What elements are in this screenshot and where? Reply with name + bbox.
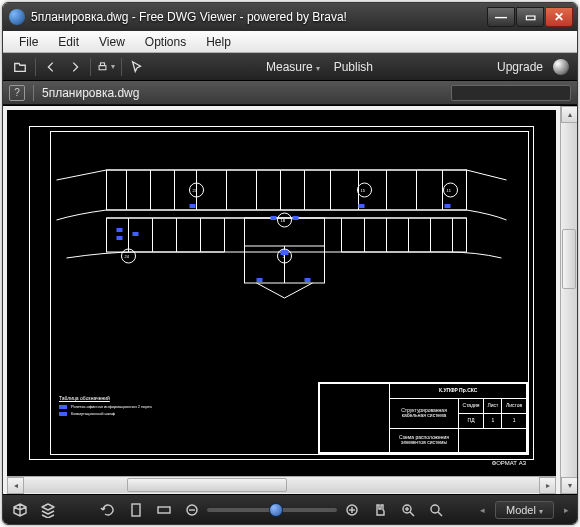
svg-rect-35 — [271, 216, 277, 220]
measure-button[interactable]: Measure — [262, 60, 324, 74]
scroll-up-icon[interactable]: ▴ — [561, 106, 578, 123]
svg-rect-17 — [107, 218, 467, 252]
document-tab-bar: ? 5планировка.dwg — [3, 81, 577, 105]
menu-help[interactable]: Help — [196, 33, 241, 51]
zoom-slider[interactable] — [207, 508, 337, 512]
menu-view[interactable]: View — [89, 33, 135, 51]
svg-text:18: 18 — [281, 218, 286, 223]
close-button[interactable]: ✕ — [545, 7, 573, 27]
document-tab[interactable]: 5планировка.dwg — [42, 86, 139, 100]
zoom-region-icon[interactable] — [399, 501, 417, 519]
minimize-button[interactable]: — — [487, 7, 515, 27]
menu-options[interactable]: Options — [135, 33, 196, 51]
open-icon[interactable] — [11, 58, 29, 76]
menu-file[interactable]: File — [9, 33, 48, 51]
svg-rect-33 — [359, 204, 365, 208]
scroll-left-icon[interactable]: ◂ — [7, 477, 24, 494]
fit-width-icon[interactable] — [155, 501, 173, 519]
svg-text:15: 15 — [361, 188, 366, 193]
svg-rect-56 — [158, 507, 170, 513]
zoom-slider-knob[interactable] — [269, 503, 283, 517]
format-label: ФОРМАТ A3 — [492, 460, 526, 466]
prev-icon[interactable] — [42, 58, 60, 76]
svg-rect-32 — [190, 204, 196, 208]
scroll-right-icon[interactable]: ▸ — [539, 477, 556, 494]
title-block: К.УПФР Пр.СКС Структурированнаякабельная… — [318, 382, 528, 454]
svg-line-67 — [438, 512, 442, 516]
layers-icon[interactable] — [39, 501, 57, 519]
model-space-button[interactable]: Model ▾ — [495, 501, 554, 519]
view3d-icon[interactable] — [11, 501, 29, 519]
search-input[interactable] — [451, 85, 571, 101]
menu-bar: File Edit View Options Help — [3, 31, 577, 53]
svg-text:24: 24 — [125, 254, 130, 259]
status-bar: ◂ Model ▾ ▸ — [3, 494, 577, 524]
svg-rect-39 — [133, 232, 139, 236]
svg-point-66 — [431, 505, 439, 513]
menu-edit[interactable]: Edit — [48, 33, 89, 51]
drawing-canvas[interactable]: 23 15 11 18 2 24 Таблица обозначений Роз… — [7, 110, 556, 476]
svg-rect-2 — [107, 170, 467, 210]
svg-rect-1 — [100, 62, 104, 65]
svg-line-63 — [410, 512, 414, 516]
next-icon[interactable] — [66, 58, 84, 76]
upgrade-button[interactable]: Upgrade — [493, 60, 547, 74]
maximize-button[interactable]: ▭ — [516, 7, 544, 27]
svg-rect-41 — [305, 278, 311, 282]
svg-rect-36 — [293, 216, 299, 220]
print-icon[interactable] — [97, 58, 115, 76]
legend: Таблица обозначений Розетка офисная инфо… — [59, 395, 169, 418]
svg-rect-38 — [117, 236, 123, 240]
legend-title: Таблица обозначений — [59, 395, 169, 401]
zoom-in-icon[interactable] — [343, 501, 361, 519]
svg-rect-37 — [117, 228, 123, 232]
svg-rect-0 — [99, 65, 106, 69]
main-toolbar: Measure Publish Upgrade — [3, 53, 577, 81]
svg-rect-55 — [132, 504, 140, 516]
zoom-out-icon[interactable] — [183, 501, 201, 519]
svg-text:11: 11 — [447, 188, 452, 193]
pointer-icon[interactable] — [128, 58, 146, 76]
svg-rect-40 — [257, 278, 263, 282]
brava-logo-icon — [553, 59, 569, 75]
vertical-scrollbar[interactable]: ▴ ▾ — [560, 106, 577, 494]
scroll-down-icon[interactable]: ▾ — [561, 477, 578, 494]
publish-button[interactable]: Publish — [330, 60, 377, 74]
horizontal-scrollbar[interactable]: ◂ ▸ — [7, 476, 556, 493]
help-icon[interactable]: ? — [9, 85, 25, 101]
zoom-window-icon[interactable] — [427, 501, 445, 519]
pan-icon[interactable] — [371, 501, 389, 519]
page-icon[interactable] — [127, 501, 145, 519]
svg-rect-34 — [445, 204, 451, 208]
rotate-icon[interactable] — [99, 501, 117, 519]
svg-text:23: 23 — [193, 188, 198, 193]
app-icon — [9, 9, 25, 25]
window-title: 5планировка.dwg - Free DWG Viewer - powe… — [31, 10, 486, 24]
